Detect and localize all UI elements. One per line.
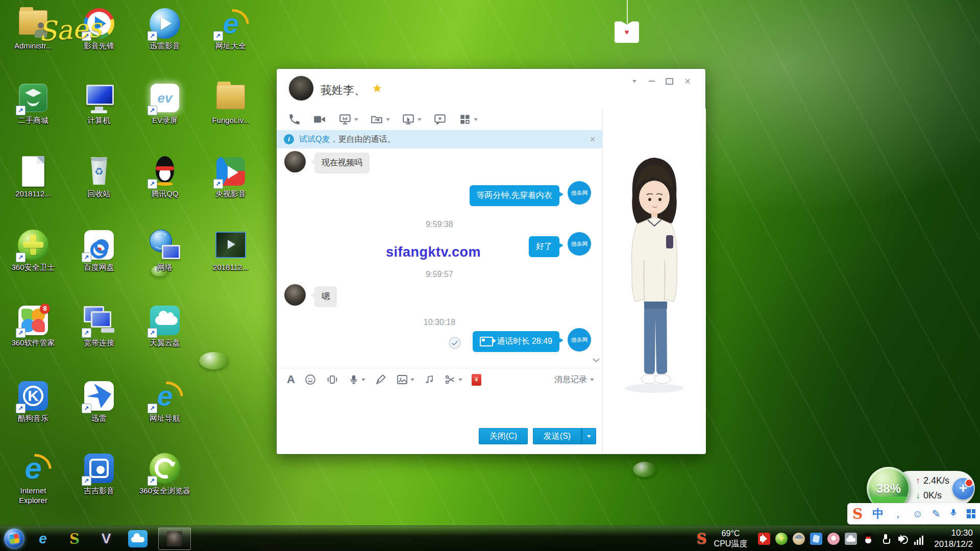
accelerate-button[interactable]: + (952, 478, 974, 499)
desktop-icon-broadband[interactable]: 宽带连接 (68, 304, 130, 348)
cpu-temp-value: 69°C (714, 529, 748, 539)
tray-qq-icon[interactable] (862, 533, 874, 545)
taskbar-active-qq-chat[interactable] (158, 528, 191, 550)
apps-grid-icon[interactable] (458, 113, 478, 126)
peer-avatar[interactable] (284, 284, 306, 306)
self-avatar[interactable]: 借条网 (568, 328, 591, 352)
desktop-icon-ershou-shangcheng[interactable]: 二手商城 (2, 82, 64, 126)
icon-label: 吉吉影音 (68, 486, 130, 496)
handwriting-pad-icon[interactable]: ✎ (932, 508, 941, 520)
screen-demo-icon[interactable] (338, 113, 358, 126)
send-image-icon[interactable] (396, 373, 414, 386)
taskbar-v-player[interactable]: V (93, 529, 119, 549)
window-menu-button[interactable] (626, 75, 643, 87)
tshirt-gadget[interactable]: ♥ (615, 21, 639, 43)
video-call-icon[interactable] (312, 113, 327, 126)
desktop-icon-recycle-bin[interactable]: 回收站 (68, 155, 130, 199)
desktop-icon-video-file[interactable]: 2018112... (200, 229, 262, 272)
sogou-logo[interactable]: S (852, 506, 863, 522)
desktop-icon-xunlei-yingyin[interactable]: 迅雷影音 (134, 7, 196, 51)
voice-message-icon[interactable] (348, 373, 365, 386)
self-avatar[interactable]: 借条网 (568, 181, 591, 205)
scroll-to-bottom-icon[interactable] (592, 357, 600, 366)
message-history-button[interactable]: 消息记录 (554, 374, 594, 385)
tray-alipay-icon[interactable] (810, 533, 822, 545)
taskbar-sogou-browser[interactable]: S (61, 529, 88, 549)
qq-show-panel[interactable] (602, 109, 706, 454)
desktop-icon-360-manager[interactable]: 8 360软件管家 (2, 304, 64, 348)
desktop-icon-cctv-yingyin[interactable]: 央视影音 (200, 155, 262, 199)
minimize-button[interactable] (643, 75, 660, 87)
document-icon (22, 156, 44, 187)
monitor-base (91, 110, 107, 113)
send-options-button[interactable] (581, 428, 596, 444)
desktop-icon-document[interactable]: 2018112... (2, 155, 64, 199)
desktop-icon-xunlei[interactable]: 迅雷 (68, 380, 130, 423)
sogou-toolbox-icon[interactable] (967, 509, 975, 518)
file-transfer-icon[interactable] (370, 113, 390, 126)
tray-sogou-icon[interactable]: S (697, 531, 707, 547)
taskbar-clock[interactable]: 10:30 2018/12/2 (934, 528, 973, 550)
tray-cloud-icon[interactable] (845, 533, 857, 545)
chat-title: 莪姓李、 (321, 83, 365, 98)
desktop-icon-360-safe[interactable]: 360安全卫士 (2, 229, 64, 272)
peer-avatar[interactable] (284, 151, 306, 172)
close-chat-button[interactable]: 关闭(C) (479, 428, 528, 444)
tray-flower-icon[interactable] (827, 533, 840, 545)
desktop-icon-kugou[interactable]: 酷狗音乐 (2, 380, 64, 423)
tray-volume-icon[interactable] (897, 533, 909, 545)
desktop-icon-network[interactable]: 网络 (134, 229, 196, 272)
desktop-icon-computer[interactable]: 计算机 (68, 82, 130, 126)
music-icon[interactable] (424, 373, 435, 386)
desktop-icon-wangzhi-daquan[interactable]: e 网址大全 (200, 7, 262, 51)
window-shake-icon[interactable] (326, 373, 339, 386)
self-avatar[interactable]: 借条网 (568, 232, 591, 256)
up-arrow-icon: ↑ (916, 475, 920, 486)
icon-label: 2018112... (200, 263, 262, 272)
desktop-icon-baidu-netdisk[interactable]: 百度网盘 (68, 229, 130, 272)
start-button[interactable] (4, 529, 24, 549)
close-button[interactable]: × (679, 75, 696, 87)
tray-360-icon[interactable] (775, 533, 788, 545)
handwriting-icon[interactable] (375, 373, 387, 386)
red-packet-icon[interactable]: ¥ (472, 374, 481, 386)
punctuation-icon[interactable]: ， (893, 507, 903, 521)
desktop-icon-fungolive[interactable]: FungoLiv... (200, 82, 262, 126)
create-group-icon[interactable] (433, 113, 447, 126)
send-button[interactable]: 发送(S) (533, 428, 581, 444)
desktop-icon-ev-recorder[interactable]: EV录屏 (134, 82, 196, 126)
desktop-icon-360-browser[interactable]: 360安全浏览器 (134, 452, 196, 496)
tray-network-icon[interactable] (914, 533, 926, 545)
tip-close-icon[interactable]: × (590, 134, 595, 145)
desktop-icon-jiji-yingyin[interactable]: 吉吉影音 (68, 452, 130, 496)
input-toolbar: A ¥ (277, 368, 602, 391)
voice-call-icon[interactable] (288, 113, 301, 126)
taskbar-ie[interactable]: e (30, 529, 56, 549)
tray-assistant-icon[interactable] (793, 533, 805, 545)
qq-chat-window: 莪姓李、 ★ × (277, 69, 705, 454)
chat-toolbar (277, 109, 603, 130)
icon-label: 宽带连接 (68, 338, 130, 348)
desktop-icon-tencent-qq[interactable]: 腾讯QQ (134, 155, 196, 199)
message-input[interactable] (277, 390, 602, 426)
taskbar-cloud-app[interactable] (125, 529, 151, 549)
tray-power-icon[interactable] (879, 533, 892, 545)
call-record-message[interactable]: 通话时长 28:49 (473, 331, 559, 352)
qmic-tip-link[interactable]: 试试Q麦 (299, 134, 330, 145)
font-style-icon[interactable]: A (287, 373, 295, 386)
emoji-picker-icon[interactable]: ☺ (912, 508, 922, 520)
desktop-icon-tianyi-cloud[interactable]: 天翼云盘 (134, 304, 196, 348)
maximize-button[interactable] (660, 75, 678, 87)
voice-input-icon[interactable] (949, 508, 958, 520)
message-area[interactable]: 现在视频吗 sifangktv.com 等两分钟,先穿着内衣 借条网 9:59:… (277, 148, 602, 368)
desktop-icon-internet-explorer[interactable]: e Internet Explorer (2, 452, 64, 506)
icon-label: 天翼云盘 (134, 338, 196, 348)
monitor-icon (91, 311, 111, 328)
screenshot-icon[interactable] (444, 373, 462, 386)
emoji-icon[interactable] (304, 373, 316, 386)
tray-announcement-icon[interactable] (758, 533, 770, 545)
input-mode-chinese[interactable]: 中 (872, 506, 884, 521)
desktop-icon-wangzhi-daohang[interactable]: e 网址导航 (134, 380, 196, 423)
remote-assist-icon[interactable] (401, 113, 422, 126)
peer-avatar[interactable] (289, 76, 313, 101)
